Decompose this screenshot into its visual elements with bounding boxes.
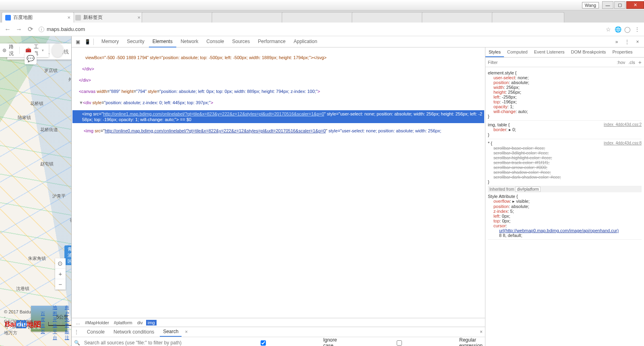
styles-tab-styles[interactable]: Styles bbox=[485, 47, 504, 57]
browser-tab-ghost[interactable] bbox=[422, 12, 494, 23]
global-search-input[interactable] bbox=[84, 340, 201, 346]
browser-toolbar: ← → ⟳ i maps.baidu.com ☆ 🌐 ◯ ⋮ bbox=[0, 23, 644, 36]
traffic-label: 路况 bbox=[9, 43, 14, 57]
reload-button[interactable]: ⟳ bbox=[26, 25, 35, 34]
copyright-text: © 2017 Baidu - GS(2016)2089号 - Data © 长地… bbox=[4, 309, 33, 336]
user-badge: Wang bbox=[582, 2, 599, 8]
selected-node[interactable]: <img src="http://online1.map.bdimg.com/o… bbox=[72, 110, 484, 123]
img-src-url: http://online1.map.bdimg.com/onlinelabel… bbox=[103, 111, 324, 116]
styles-tab-dom-breakpoints[interactable]: DOM Breakpoints bbox=[568, 47, 609, 57]
devtools-tab-performance[interactable]: Performance bbox=[254, 36, 289, 47]
kebab-icon[interactable]: ⋮ bbox=[623, 38, 631, 46]
kebab-icon[interactable]: ⋮ bbox=[74, 329, 79, 335]
chevron-down-icon: ▾ bbox=[42, 48, 44, 52]
more-tabs-icon[interactable]: » bbox=[613, 38, 621, 46]
img-src-url: http://online0.map.bdimg.com/onlinelabel… bbox=[105, 128, 326, 133]
checkbox-label: Ignore case bbox=[323, 337, 337, 346]
devtools-tab-security[interactable]: Security bbox=[123, 36, 148, 47]
zoom-in-button[interactable]: + bbox=[55, 269, 66, 279]
zoom-reset-button[interactable]: ⊙ bbox=[55, 258, 66, 269]
browser-tab-ghost[interactable] bbox=[142, 12, 214, 23]
map-label: 花桥街道 bbox=[40, 127, 58, 133]
devtools-drawer: ⋮ Console Network conditions Search × × … bbox=[72, 327, 485, 346]
devtools-tab-network[interactable]: Network bbox=[177, 36, 202, 47]
styles-tab-event-listeners[interactable]: Event Listeners bbox=[531, 47, 568, 57]
devtools-tab-elements[interactable]: Elements bbox=[149, 36, 176, 47]
browser-tab-ghost[interactable] bbox=[352, 12, 424, 23]
regex-checkbox[interactable]: Regular expression bbox=[341, 337, 483, 346]
map-footer: © 2017 Baidu - GS(2016)2089号 - Data © 长地… bbox=[4, 301, 72, 344]
devtools-tab-memory[interactable]: Memory bbox=[98, 36, 122, 47]
footer-link[interactable]: 商户免费标注 bbox=[65, 305, 69, 341]
inspect-icon[interactable]: ▣ bbox=[74, 38, 82, 46]
device-icon[interactable]: 📱 bbox=[84, 38, 92, 46]
styles-tab-properties[interactable]: Properties bbox=[609, 47, 636, 57]
devtools-panel: ▣ 📱 MemorySecurityElementsNetworkConsole… bbox=[72, 36, 644, 346]
map-background bbox=[0, 36, 71, 346]
feedback-icon[interactable]: 💬 bbox=[25, 52, 37, 64]
shield-icon[interactable]: ◯ bbox=[624, 26, 631, 33]
devtools-toolbar: ▣ 📱 MemorySecurityElementsNetworkConsole… bbox=[72, 36, 644, 47]
dom-tree[interactable]: viewBox="-500 -500 1889 1794" style="pos… bbox=[72, 47, 485, 318]
code-rest: style="user-select: none; position: abso… bbox=[327, 128, 441, 133]
menu-icon[interactable]: ⋮ bbox=[634, 26, 641, 33]
checkbox-label: Regular expression bbox=[459, 337, 483, 346]
drawer-tab-search[interactable]: Search bbox=[160, 327, 182, 337]
map-label: 外冈镇 bbox=[68, 76, 72, 82]
code-line: </div> bbox=[82, 66, 94, 71]
browser-tab-ghost[interactable] bbox=[492, 12, 564, 23]
address-bar[interactable]: i maps.baidu.com bbox=[37, 25, 602, 34]
browser-tab-newtab[interactable]: 新标签页 × bbox=[72, 12, 144, 23]
globe-icon[interactable]: 🌐 bbox=[614, 26, 621, 33]
map-label: 赵屯镇 bbox=[40, 161, 54, 167]
window-maximize-button[interactable]: ▢ bbox=[614, 1, 625, 9]
close-icon[interactable]: × bbox=[634, 38, 642, 46]
cls-toggle[interactable]: .cls bbox=[628, 60, 635, 65]
browser-tab-ghost[interactable] bbox=[212, 12, 284, 23]
map-label: 朱家角镇 bbox=[28, 255, 46, 262]
close-icon[interactable]: × bbox=[67, 14, 70, 21]
window-minimize-button[interactable]: — bbox=[602, 1, 613, 9]
styles-tab-computed[interactable]: Computed bbox=[504, 47, 531, 57]
map-label: 罗店镇 bbox=[44, 68, 58, 74]
favicon-icon bbox=[5, 15, 11, 21]
devtools-tab-application[interactable]: Application bbox=[290, 36, 321, 47]
close-icon[interactable]: × bbox=[185, 329, 188, 335]
close-icon[interactable]: × bbox=[137, 14, 140, 21]
devtools-tab-sources[interactable]: Sources bbox=[229, 36, 254, 47]
new-rule-button[interactable]: + bbox=[638, 59, 642, 66]
styles-filter-input[interactable] bbox=[488, 60, 615, 65]
window-close-button[interactable]: ✕ bbox=[626, 1, 644, 9]
close-icon[interactable]: × bbox=[480, 329, 483, 335]
avatar[interactable] bbox=[52, 43, 63, 57]
browser-tab-baidu-map[interactable]: 百度地图 × bbox=[2, 12, 74, 23]
footer-link[interactable]: 地图开放平台 bbox=[53, 305, 57, 341]
drawer-tab-network[interactable]: Network conditions bbox=[110, 327, 157, 336]
drawer-tab-console[interactable]: Console bbox=[84, 327, 108, 336]
dom-breadcrumb: … #MapHolder #platform div img bbox=[72, 318, 485, 327]
tab-title: 新标签页 bbox=[83, 14, 103, 21]
favicon-icon bbox=[75, 15, 81, 21]
star-icon[interactable]: ☆ bbox=[605, 26, 612, 33]
hov-toggle[interactable]: :hov bbox=[617, 60, 625, 65]
map-label: 香花桥镇 bbox=[70, 217, 72, 223]
map-canvas[interactable]: img 256 × 256 ↱ 🔍 ☁ 上海市 ▾ ⊜ 路况 🧰 工具 ▾ � bbox=[0, 36, 72, 346]
devtools-tab-console[interactable]: Console bbox=[203, 36, 228, 47]
zoom-out-button[interactable]: − bbox=[55, 279, 66, 290]
crumb-selected[interactable]: img bbox=[146, 320, 157, 325]
browser-tab-ghost[interactable] bbox=[282, 12, 354, 23]
ignore-case-checkbox[interactable]: Ignore case bbox=[205, 337, 337, 346]
tab-title: 百度地图 bbox=[13, 14, 33, 21]
crumb[interactable]: #MapHolder bbox=[83, 320, 111, 325]
crumb[interactable]: … bbox=[74, 320, 82, 325]
map-label: 沈巷镇 bbox=[16, 286, 29, 292]
footer-link[interactable]: 百度首页 bbox=[41, 311, 45, 335]
crumb[interactable]: #platform bbox=[112, 320, 134, 325]
forward-button[interactable]: → bbox=[14, 25, 23, 34]
style-rules[interactable]: element.style {user-select: none;positio… bbox=[485, 67, 644, 346]
back-button[interactable]: ← bbox=[3, 25, 12, 34]
code-line: viewBox="-500 -500 1889 1794" style="pos… bbox=[85, 55, 326, 60]
code-line: </div> bbox=[79, 78, 91, 82]
search-icon: 🔍 bbox=[74, 340, 80, 346]
crumb[interactable]: div bbox=[136, 320, 144, 325]
